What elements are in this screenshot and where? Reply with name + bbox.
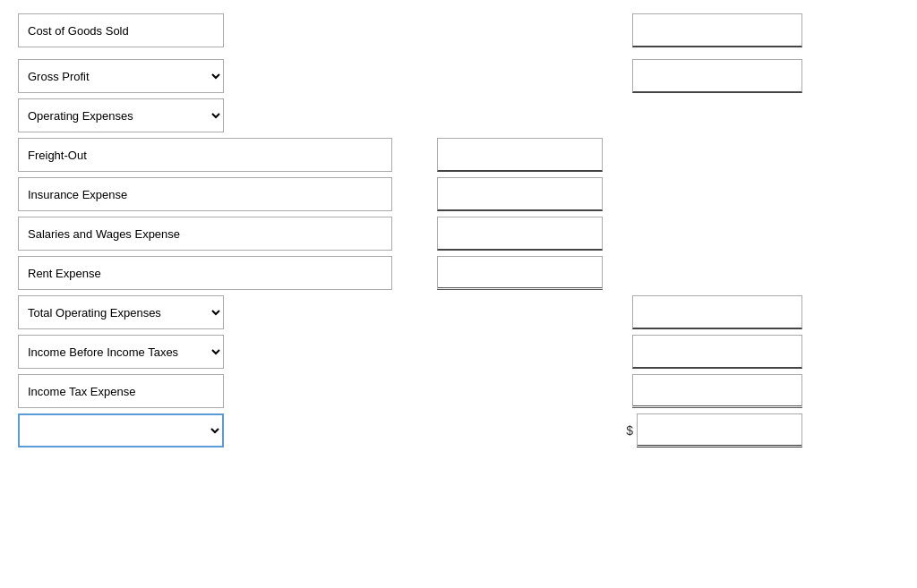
freight-out-value[interactable] [437,138,603,172]
income-tax-expense-value[interactable] [632,374,802,408]
cost-of-goods-sold-value-container [632,13,802,47]
insurance-expense-input[interactable] [18,177,392,211]
gross-profit-select[interactable]: Gross Profit [18,59,224,93]
gross-profit-value-container [632,59,802,93]
total-operating-expenses-value-container [632,295,802,329]
gross-profit-value[interactable] [632,59,802,93]
salaries-wages-value[interactable] [437,217,603,251]
row-income-tax-expense [18,374,899,408]
rent-expense-input[interactable] [18,256,392,290]
row-rent-expense [18,256,899,290]
cost-of-goods-sold-input[interactable]: Cost of Goods Sold [18,13,224,47]
freight-out-input[interactable] [18,138,392,172]
income-before-taxes-select[interactable]: Income Before Income Taxes [18,335,224,369]
row-freight-out [18,138,899,172]
cost-of-goods-sold-value[interactable] [632,13,802,47]
dollar-sign: $ [626,423,633,438]
row-operating-expenses: Operating Expenses [18,98,899,132]
rent-expense-value[interactable] [437,256,603,290]
row-total-operating-expenses: Total Operating Expenses [18,295,899,329]
row-net-income: $ [18,413,899,447]
row-gross-profit: Gross Profit [18,59,899,93]
income-statement-form: Cost of Goods Sold Gross Profit Operatin… [0,0,917,460]
salaries-wages-input[interactable] [18,217,392,251]
total-operating-expenses-select[interactable]: Total Operating Expenses [18,295,224,329]
insurance-expense-value[interactable] [437,177,603,211]
income-before-taxes-value-container [632,335,802,369]
operating-expenses-select[interactable]: Operating Expenses [18,98,224,132]
net-income-value[interactable] [637,413,802,447]
income-before-taxes-value[interactable] [632,335,802,369]
row-salaries-wages [18,217,899,251]
net-income-value-container: $ [626,413,802,447]
income-tax-expense-input[interactable] [18,374,224,408]
net-income-select[interactable] [18,413,224,447]
row-income-before-taxes: Income Before Income Taxes [18,335,899,369]
total-operating-expenses-value[interactable] [632,295,802,329]
income-tax-expense-value-container [632,374,802,408]
row-cost-of-goods-sold: Cost of Goods Sold [18,7,899,54]
row-insurance-expense [18,177,899,211]
